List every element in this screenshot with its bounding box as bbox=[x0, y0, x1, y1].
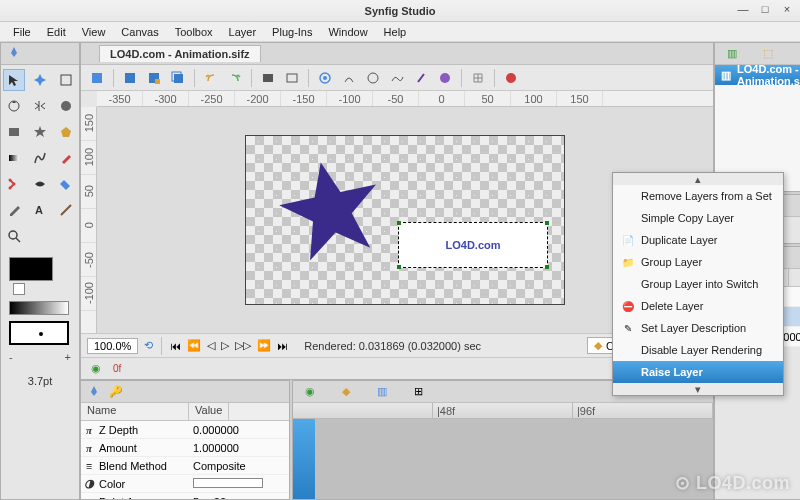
timeline-ruler[interactable]: |48f|96f bbox=[293, 403, 713, 419]
background-button[interactable] bbox=[387, 68, 407, 88]
params-tab-icon[interactable] bbox=[87, 385, 101, 399]
tool-smooth-move[interactable] bbox=[29, 69, 51, 91]
timeline-icon-2[interactable]: ◆ bbox=[339, 385, 353, 399]
canvas-artboard: LO4D.com bbox=[245, 135, 565, 305]
canvas-browser-item[interactable]: ▥ LO4D.com - Animation.sifz bbox=[715, 65, 800, 85]
snap-grid-button[interactable] bbox=[435, 68, 455, 88]
undo-button[interactable] bbox=[201, 68, 221, 88]
tool-width[interactable] bbox=[29, 173, 51, 195]
ctx-remove-from-set[interactable]: Remove Layers from a Set bbox=[613, 185, 783, 207]
tool-eyedrop[interactable] bbox=[3, 199, 25, 221]
param-row[interactable]: ≡Blend MethodComposite bbox=[81, 457, 289, 475]
tool-rectangle[interactable] bbox=[3, 121, 25, 143]
context-menu-scroll-down[interactable]: ▾ bbox=[613, 383, 783, 395]
param-row[interactable]: ◑Color bbox=[81, 475, 289, 493]
show-grid-button[interactable] bbox=[468, 68, 488, 88]
param-row[interactable]: πZ Depth0.000000 bbox=[81, 421, 289, 439]
tool-gradient[interactable] bbox=[3, 147, 25, 169]
menu-file[interactable]: File bbox=[6, 24, 38, 40]
tool-circle[interactable] bbox=[55, 95, 77, 117]
outline-preview[interactable] bbox=[9, 321, 69, 345]
preview-button[interactable] bbox=[282, 68, 302, 88]
nav-tab-1-icon[interactable]: ▥ bbox=[725, 47, 739, 61]
tool-draw[interactable] bbox=[55, 147, 77, 169]
tool-star[interactable] bbox=[29, 121, 51, 143]
menu-window[interactable]: Window bbox=[321, 24, 374, 40]
animate-mode-button[interactable] bbox=[501, 68, 521, 88]
ctx-delete-layer[interactable]: ⛔Delete Layer bbox=[613, 295, 783, 317]
document-tab[interactable]: LO4D.com - Animation.sifz bbox=[99, 45, 261, 62]
onion-past-button[interactable] bbox=[339, 68, 359, 88]
tool-rotate[interactable] bbox=[3, 95, 25, 117]
onion-skin-button[interactable] bbox=[363, 68, 383, 88]
ctx-raise-layer[interactable]: Raise Layer bbox=[613, 361, 783, 383]
save-all-button[interactable] bbox=[168, 68, 188, 88]
tool-fill[interactable] bbox=[55, 173, 77, 195]
menu-layer[interactable]: Layer bbox=[222, 24, 264, 40]
timeline-icon-4[interactable]: ⊞ bbox=[411, 385, 425, 399]
onion-future-button[interactable] bbox=[315, 68, 335, 88]
save-canvas-button[interactable] bbox=[120, 68, 140, 88]
maximize-button[interactable]: □ bbox=[758, 2, 772, 16]
tool-scale[interactable] bbox=[55, 69, 77, 91]
frame-field[interactable]: 0f bbox=[113, 363, 121, 374]
star-shape[interactable] bbox=[276, 156, 386, 266]
close-button[interactable]: × bbox=[780, 2, 794, 16]
background-color-swatch[interactable] bbox=[13, 283, 25, 295]
context-menu-scroll-up[interactable]: ▴ bbox=[613, 173, 783, 185]
timeline-track-area[interactable] bbox=[293, 419, 713, 499]
transport-next-button[interactable]: ▷▷ bbox=[235, 339, 251, 352]
tool-spline[interactable] bbox=[29, 147, 51, 169]
render-button[interactable] bbox=[258, 68, 278, 88]
ctx-disable-rendering[interactable]: Disable Layer Rendering bbox=[613, 339, 783, 361]
tool-cutout[interactable] bbox=[3, 173, 25, 195]
menu-edit[interactable]: Edit bbox=[40, 24, 73, 40]
transport-play-button[interactable]: ▷ bbox=[221, 339, 229, 352]
svg-rect-14 bbox=[174, 74, 183, 83]
ctx-set-description[interactable]: ✎Set Layer Description bbox=[613, 317, 783, 339]
save-button[interactable] bbox=[87, 68, 107, 88]
ctx-group-layer[interactable]: 📁Group Layer bbox=[613, 251, 783, 273]
save-as-button[interactable] bbox=[144, 68, 164, 88]
menu-view[interactable]: View bbox=[75, 24, 113, 40]
zoom-level[interactable]: 100.0% bbox=[87, 338, 138, 354]
keyframes-tab-icon[interactable]: 🔑 bbox=[109, 385, 123, 399]
foreground-color-swatch[interactable] bbox=[9, 257, 53, 281]
params-panel: 🔑 Name Value πZ Depth0.000000 πAmount1.0… bbox=[80, 380, 290, 500]
ctx-simple-copy[interactable]: Simple Copy Layer bbox=[613, 207, 783, 229]
param-row[interactable]: πAmount1.000000 bbox=[81, 439, 289, 457]
timeline-icon-1[interactable]: ◉ bbox=[303, 385, 317, 399]
tool-polygon[interactable] bbox=[55, 121, 77, 143]
toolbox-tab-icon[interactable] bbox=[5, 45, 23, 63]
text-layer[interactable]: LO4D.com bbox=[398, 222, 548, 268]
menu-plugins[interactable]: Plug-Ins bbox=[265, 24, 319, 40]
menu-help[interactable]: Help bbox=[377, 24, 414, 40]
timeline-icon-3[interactable]: ▥ bbox=[375, 385, 389, 399]
transport-prevkey-button[interactable]: ⏪ bbox=[187, 339, 201, 352]
tool-mirror[interactable] bbox=[29, 95, 51, 117]
nav-tab-2-icon[interactable]: ⬚ bbox=[761, 47, 775, 61]
svg-rect-16 bbox=[263, 74, 273, 82]
transport-prev-button[interactable]: ◁ bbox=[207, 339, 215, 352]
tool-text[interactable]: A bbox=[29, 199, 51, 221]
stroke-increase[interactable]: + bbox=[65, 351, 71, 363]
transport-last-button[interactable]: ⏭ bbox=[277, 340, 288, 352]
ctx-group-into-switch[interactable]: Group Layer into Switch bbox=[613, 273, 783, 295]
tool-transform[interactable] bbox=[3, 69, 25, 91]
menu-toolbox[interactable]: Toolbox bbox=[168, 24, 220, 40]
ctx-duplicate-layer[interactable]: 📄Duplicate Layer bbox=[613, 229, 783, 251]
redo-button[interactable] bbox=[225, 68, 245, 88]
transport-nextkey-button[interactable]: ⏩ bbox=[257, 339, 271, 352]
canvas-toolbar bbox=[81, 65, 713, 91]
transport-first-button[interactable]: ⏮ bbox=[170, 340, 181, 352]
tool-zoom[interactable] bbox=[3, 225, 25, 247]
skeleton-button[interactable] bbox=[411, 68, 431, 88]
param-row[interactable]: •Point 15px,23px bbox=[81, 493, 289, 499]
tool-sketch[interactable] bbox=[55, 199, 77, 221]
status-icon-green[interactable]: ◉ bbox=[89, 362, 103, 376]
gradient-swatch[interactable] bbox=[9, 301, 69, 315]
menu-canvas[interactable]: Canvas bbox=[114, 24, 165, 40]
stroke-decrease[interactable]: - bbox=[9, 351, 13, 363]
frame-toggle-button[interactable]: ⟲ bbox=[144, 339, 153, 352]
minimize-button[interactable]: — bbox=[736, 2, 750, 16]
